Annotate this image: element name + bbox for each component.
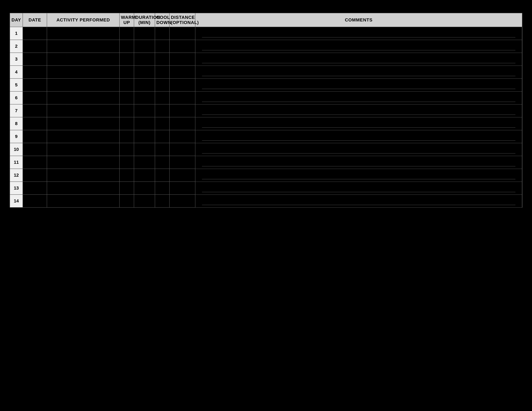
- activity-cell[interactable]: [47, 117, 119, 130]
- day-cell[interactable]: 8: [10, 117, 23, 130]
- date-cell[interactable]: [23, 117, 47, 130]
- day-cell[interactable]: 11: [10, 156, 23, 169]
- comments-cell[interactable]: [195, 182, 522, 195]
- date-cell[interactable]: [23, 169, 47, 182]
- date-cell[interactable]: [23, 78, 47, 91]
- warmup-cell[interactable]: [119, 104, 134, 117]
- activity-cell[interactable]: [47, 169, 119, 182]
- activity-cell[interactable]: [47, 143, 119, 156]
- activity-cell[interactable]: [47, 53, 119, 65]
- distance-cell[interactable]: [170, 104, 195, 117]
- duration-cell[interactable]: [134, 130, 155, 143]
- cooldown-cell[interactable]: [155, 195, 170, 207]
- comments-cell[interactable]: [195, 91, 522, 104]
- warmup-cell[interactable]: [119, 195, 134, 207]
- duration-cell[interactable]: [134, 27, 155, 40]
- distance-cell[interactable]: [170, 65, 195, 78]
- distance-cell[interactable]: [170, 143, 195, 156]
- distance-cell[interactable]: [170, 182, 195, 195]
- duration-cell[interactable]: [134, 104, 155, 117]
- cooldown-cell[interactable]: [155, 117, 170, 130]
- comments-cell[interactable]: [195, 78, 522, 91]
- cooldown-cell[interactable]: [155, 182, 170, 195]
- date-cell[interactable]: [23, 130, 47, 143]
- comments-cell[interactable]: [195, 117, 522, 130]
- day-cell[interactable]: 3: [10, 53, 23, 65]
- warmup-cell[interactable]: [119, 182, 134, 195]
- day-cell[interactable]: 10: [10, 143, 23, 156]
- duration-cell[interactable]: [134, 40, 155, 53]
- distance-cell[interactable]: [170, 117, 195, 130]
- warmup-cell[interactable]: [119, 91, 134, 104]
- warmup-cell[interactable]: [119, 117, 134, 130]
- activity-cell[interactable]: [47, 104, 119, 117]
- activity-cell[interactable]: [47, 182, 119, 195]
- activity-cell[interactable]: [47, 65, 119, 78]
- comments-cell[interactable]: [195, 195, 522, 207]
- duration-cell[interactable]: [134, 182, 155, 195]
- distance-cell[interactable]: [170, 91, 195, 104]
- distance-cell[interactable]: [170, 53, 195, 65]
- distance-cell[interactable]: [170, 169, 195, 182]
- warmup-cell[interactable]: [119, 78, 134, 91]
- activity-cell[interactable]: [47, 195, 119, 207]
- date-cell[interactable]: [23, 53, 47, 65]
- duration-cell[interactable]: [134, 53, 155, 65]
- cooldown-cell[interactable]: [155, 130, 170, 143]
- day-cell[interactable]: 1: [10, 27, 23, 40]
- cooldown-cell[interactable]: [155, 143, 170, 156]
- cooldown-cell[interactable]: [155, 65, 170, 78]
- comments-cell[interactable]: [195, 169, 522, 182]
- day-cell[interactable]: 2: [10, 40, 23, 53]
- comments-cell[interactable]: [195, 104, 522, 117]
- duration-cell[interactable]: [134, 169, 155, 182]
- comments-cell[interactable]: [195, 53, 522, 65]
- day-cell[interactable]: 14: [10, 195, 23, 207]
- duration-cell[interactable]: [134, 195, 155, 207]
- distance-cell[interactable]: [170, 27, 195, 40]
- duration-cell[interactable]: [134, 91, 155, 104]
- distance-cell[interactable]: [170, 40, 195, 53]
- date-cell[interactable]: [23, 27, 47, 40]
- day-cell[interactable]: 5: [10, 78, 23, 91]
- cooldown-cell[interactable]: [155, 104, 170, 117]
- cooldown-cell[interactable]: [155, 78, 170, 91]
- warmup-cell[interactable]: [119, 130, 134, 143]
- duration-cell[interactable]: [134, 156, 155, 169]
- distance-cell[interactable]: [170, 156, 195, 169]
- cooldown-cell[interactable]: [155, 91, 170, 104]
- date-cell[interactable]: [23, 40, 47, 53]
- cooldown-cell[interactable]: [155, 169, 170, 182]
- comments-cell[interactable]: [195, 40, 522, 53]
- comments-cell[interactable]: [195, 65, 522, 78]
- date-cell[interactable]: [23, 195, 47, 207]
- cooldown-cell[interactable]: [155, 27, 170, 40]
- warmup-cell[interactable]: [119, 169, 134, 182]
- duration-cell[interactable]: [134, 117, 155, 130]
- date-cell[interactable]: [23, 156, 47, 169]
- day-cell[interactable]: 6: [10, 91, 23, 104]
- activity-cell[interactable]: [47, 91, 119, 104]
- warmup-cell[interactable]: [119, 65, 134, 78]
- warmup-cell[interactable]: [119, 143, 134, 156]
- day-cell[interactable]: 4: [10, 65, 23, 78]
- cooldown-cell[interactable]: [155, 40, 170, 53]
- day-cell[interactable]: 13: [10, 182, 23, 195]
- distance-cell[interactable]: [170, 130, 195, 143]
- comments-cell[interactable]: [195, 143, 522, 156]
- duration-cell[interactable]: [134, 65, 155, 78]
- warmup-cell[interactable]: [119, 27, 134, 40]
- comments-cell[interactable]: [195, 156, 522, 169]
- activity-cell[interactable]: [47, 78, 119, 91]
- date-cell[interactable]: [23, 65, 47, 78]
- cooldown-cell[interactable]: [155, 53, 170, 65]
- warmup-cell[interactable]: [119, 53, 134, 65]
- date-cell[interactable]: [23, 91, 47, 104]
- date-cell[interactable]: [23, 143, 47, 156]
- date-cell[interactable]: [23, 182, 47, 195]
- duration-cell[interactable]: [134, 78, 155, 91]
- date-cell[interactable]: [23, 104, 47, 117]
- activity-cell[interactable]: [47, 27, 119, 40]
- duration-cell[interactable]: [134, 143, 155, 156]
- cooldown-cell[interactable]: [155, 156, 170, 169]
